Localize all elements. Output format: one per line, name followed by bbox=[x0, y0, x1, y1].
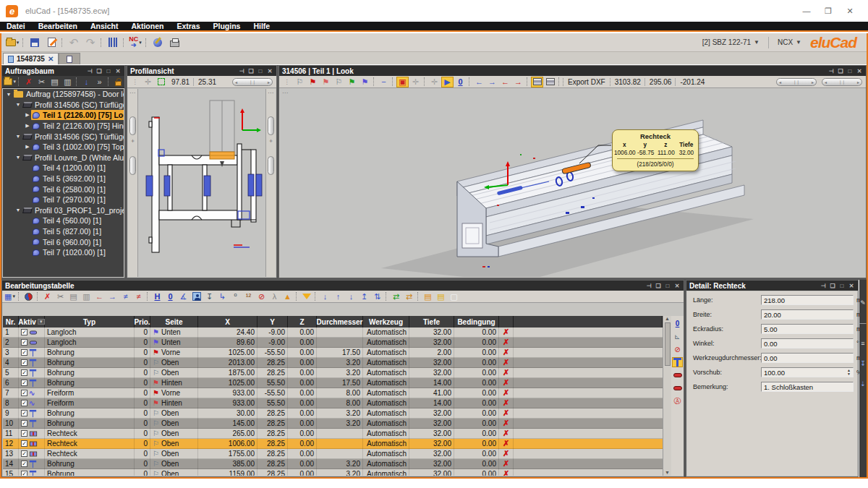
tree-item[interactable]: Teil 6 (2580.00) [1] bbox=[3, 184, 124, 194]
column-header-seite[interactable]: Seite bbox=[150, 316, 198, 328]
crosshair-3d-icon[interactable]: ✛ bbox=[428, 77, 441, 87]
dash-icon[interactable]: — bbox=[859, 319, 867, 328]
splitter[interactable] bbox=[125, 65, 127, 278]
checkbox[interactable]: ✓ bbox=[21, 339, 27, 346]
new-order-icon[interactable]: ▾ bbox=[4, 77, 16, 87]
column-header-aktiv[interactable]: Aktiv▼ bbox=[19, 316, 45, 328]
tree-item[interactable]: ▼Auftrag (125897458) - Door leaf bbox=[3, 89, 124, 100]
close-button[interactable]: ✕ bbox=[839, 4, 861, 17]
pin-icon[interactable]: ⊣ bbox=[238, 68, 245, 74]
no-condition-icon[interactable]: ✗ bbox=[503, 419, 509, 428]
no-condition-icon[interactable]: ✗ bbox=[503, 459, 509, 468]
column-header-fill[interactable] bbox=[514, 316, 663, 328]
minus-view-icon[interactable]: − bbox=[378, 77, 390, 87]
tab-new-document[interactable] bbox=[59, 53, 80, 64]
column-header-xic[interactable] bbox=[499, 316, 514, 328]
slot-red-2-icon[interactable] bbox=[672, 383, 683, 393]
expander-icon[interactable]: ▶ bbox=[24, 112, 31, 118]
maximize-icon[interactable]: □ bbox=[257, 68, 264, 74]
maximize-button[interactable]: ❐ bbox=[817, 4, 839, 17]
tree-item[interactable]: ▼Profil 314506 (SC) Türflügel ow 48/98 bbox=[3, 100, 124, 111]
expander-icon[interactable]: ▼ bbox=[14, 102, 22, 107]
tree-item[interactable]: ▼Profil 03_PROF1_10_projekt. () bbox=[3, 205, 124, 216]
detail-field-input[interactable]: 20.00 bbox=[761, 309, 854, 320]
part-3d-viewport[interactable]: ⋯ bbox=[280, 89, 865, 277]
float-icon[interactable]: ❏ bbox=[837, 68, 844, 74]
paste-icon[interactable]: ▥ bbox=[61, 77, 74, 87]
no-condition-icon[interactable]: ✗ bbox=[503, 378, 509, 388]
move-top-icon[interactable]: ↥ bbox=[358, 291, 370, 302]
close-icon[interactable]: ✕ bbox=[673, 283, 681, 289]
menu-item-hilfe[interactable]: Hilfe bbox=[247, 21, 276, 31]
edit-document-icon[interactable] bbox=[43, 35, 59, 51]
auto-circle-icon[interactable]: Ⓐ bbox=[672, 396, 683, 406]
table-row[interactable]: 4✓Bohrung0⚐Oben2013.0028.250.003.20Autom… bbox=[3, 358, 663, 368]
side-back-icon[interactable]: ⚑ bbox=[320, 77, 332, 87]
colors-icon[interactable] bbox=[22, 291, 35, 302]
table-row[interactable]: 10✓Bohrung0⚐Oben145.0028.250.003.20Autom… bbox=[3, 419, 663, 429]
zero-mode-icon[interactable]: 0 bbox=[164, 291, 176, 302]
tree-item[interactable]: ▶Teil 1 (2126.00) [75] Lock bbox=[3, 110, 124, 121]
corner-icon[interactable]: ↳ bbox=[216, 291, 229, 302]
screw-tool-icon[interactable]: ⇣ bbox=[859, 380, 867, 388]
profile-cross-section-viewport[interactable]: ⋯ ＋ ⋯ ＋ bbox=[128, 89, 276, 277]
settings-tool-icon[interactable] bbox=[150, 35, 166, 51]
print-icon[interactable] bbox=[166, 35, 182, 51]
insert-row-icon[interactable]: ▦▾ bbox=[4, 291, 16, 302]
mirror-icon[interactable]: ≠ bbox=[119, 291, 132, 302]
menu-item-bearbeiten[interactable]: Bearbeiten bbox=[32, 21, 84, 31]
zoom-slider-vertical[interactable] bbox=[129, 156, 136, 175]
no-condition-icon[interactable]: ✗ bbox=[503, 368, 509, 377]
checkbox[interactable]: ✓ bbox=[21, 440, 27, 447]
slot-red-icon[interactable] bbox=[672, 370, 683, 380]
column-header-z[interactable]: Z bbox=[288, 316, 317, 328]
checkbox[interactable]: ✓ bbox=[21, 390, 27, 396]
zoom-slider[interactable]: ◂∣ ∣▸ bbox=[232, 78, 273, 86]
column-header-wz[interactable]: Werkzeug bbox=[363, 316, 409, 328]
maximize-icon[interactable]: □ bbox=[105, 68, 112, 74]
cut-icon[interactable]: ✂ bbox=[35, 77, 48, 87]
splitter[interactable] bbox=[1, 278, 867, 280]
next-machining-icon[interactable]: → bbox=[512, 77, 524, 87]
h-mode-icon[interactable]: H bbox=[151, 291, 163, 302]
table-row[interactable]: 11✓Rechteck0⚐Oben265.0028.250.00Automati… bbox=[3, 429, 663, 439]
table-row[interactable]: 15✓Bohrung0⚐Oben1159.0028.250.003.20Auto… bbox=[3, 469, 663, 476]
measure-icon[interactable]: ∡ bbox=[177, 291, 190, 302]
tab-close-icon[interactable]: ✕ bbox=[48, 55, 54, 63]
no-condition-icon[interactable]: ✗ bbox=[503, 449, 509, 458]
side-top-icon[interactable]: ⚐ bbox=[333, 77, 345, 87]
filter-icon[interactable] bbox=[300, 291, 312, 302]
no-condition-icon[interactable]: ✗ bbox=[503, 338, 509, 347]
table-row[interactable]: 12✓Rechteck0⚐Oben1006.0028.250.00Automat… bbox=[3, 439, 663, 449]
column-header-typ[interactable]: Typ bbox=[45, 316, 135, 328]
machine-selector[interactable]: [2] SBZ 122-71▼ bbox=[699, 37, 762, 48]
side-all-icon[interactable]: ⚐ bbox=[294, 77, 306, 87]
rotation-slider[interactable]: ◂∣ ∣▸ bbox=[776, 78, 817, 86]
pin-icon[interactable]: ⊣ bbox=[86, 68, 93, 74]
plus-icon[interactable]: ＋ bbox=[130, 137, 136, 145]
prev-part-icon[interactable]: ← bbox=[473, 77, 485, 87]
a-zero-icon[interactable]: ⁰ bbox=[229, 291, 242, 302]
maximize-icon[interactable]: □ bbox=[838, 283, 846, 289]
scrollbar-thumb[interactable] bbox=[665, 322, 671, 366]
numbering-icon[interactable]: ¹² bbox=[242, 291, 255, 302]
float-icon[interactable]: ❏ bbox=[829, 283, 836, 289]
side-front-icon[interactable]: ⚑ bbox=[307, 77, 319, 87]
checkbox[interactable]: ✓ bbox=[21, 369, 27, 376]
column-header-x[interactable]: X bbox=[198, 316, 258, 328]
no-condition-icon[interactable]: ✗ bbox=[503, 439, 509, 448]
minimize-button[interactable]: — bbox=[796, 4, 817, 17]
move-bottom-icon[interactable]: ↓ bbox=[345, 291, 357, 302]
tool-change-icon[interactable]: ▲ bbox=[281, 291, 294, 302]
tree-item[interactable]: ▼Profil Louvre_D (White Aluminium) bbox=[3, 153, 124, 163]
tree-item[interactable]: Teil 5 (3692.00) [1] bbox=[3, 174, 124, 184]
checkbox[interactable]: ✓ bbox=[21, 430, 27, 437]
profile-view-active-icon[interactable]: ▣ bbox=[396, 77, 409, 87]
tree-item[interactable]: ▶Teil 3 (1002.00) [75] Top bbox=[3, 142, 124, 153]
swap-b-icon[interactable]: ⇄ bbox=[403, 291, 415, 302]
table-row[interactable]: 13✓Rechteck0⚐Oben1755.0028.250.00Automat… bbox=[3, 449, 663, 459]
drill-active-icon[interactable] bbox=[672, 357, 683, 367]
column-header-prio[interactable]: Prio. bbox=[135, 316, 150, 328]
checkbox[interactable]: ✓ bbox=[21, 410, 27, 416]
no-condition-icon[interactable]: ✗ bbox=[503, 348, 509, 357]
